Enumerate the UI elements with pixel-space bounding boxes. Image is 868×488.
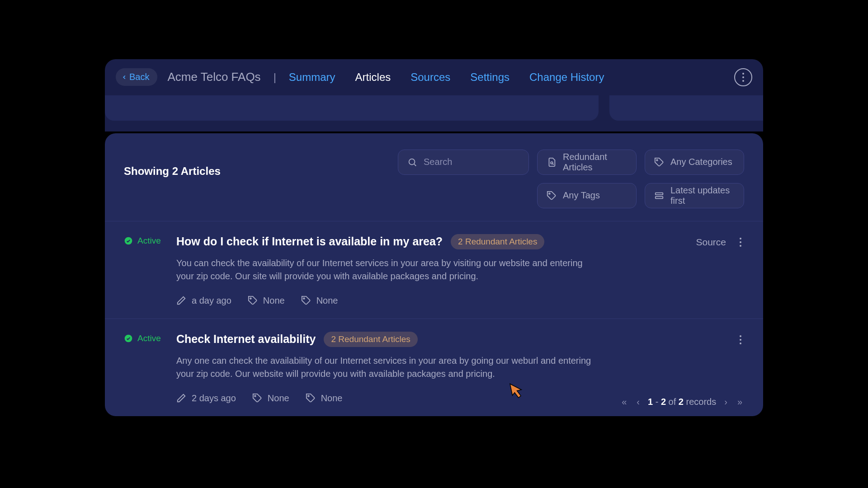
tag-icon xyxy=(248,296,258,305)
search-icon xyxy=(407,157,417,167)
page-last-button[interactable]: » xyxy=(736,395,744,409)
tab-articles[interactable]: Articles xyxy=(355,71,391,84)
check-circle-icon xyxy=(124,236,133,245)
page-prev-button[interactable]: ‹ xyxy=(635,395,642,409)
status-text: Active xyxy=(137,333,161,343)
filter-tags-label: Any Tags xyxy=(563,190,600,201)
page-first-button[interactable]: « xyxy=(620,395,628,409)
document-search-icon xyxy=(547,157,557,167)
chevron-left-icon xyxy=(121,74,127,80)
articles-panel: Showing 2 Articles Redundant Articles An… xyxy=(105,133,763,416)
results-count: Showing 2 Articles xyxy=(124,165,387,178)
svg-point-1 xyxy=(551,162,553,164)
filter-redundant-label: Redundant Articles xyxy=(563,152,627,173)
article-description: You can check the availability of our In… xyxy=(176,257,601,283)
status-badge: Active xyxy=(124,333,174,343)
tab-sources[interactable]: Sources xyxy=(410,71,450,84)
article-title[interactable]: Check Internet availability xyxy=(176,333,316,346)
pagination: « ‹ 1 - 2 of 2 records › » xyxy=(620,395,744,409)
article-description: Any one can check the availability of ou… xyxy=(176,354,601,380)
filter-categories-label: Any Categories xyxy=(670,157,732,167)
toolbar: Showing 2 Articles Redundant Articles An… xyxy=(105,133,763,221)
sub-header-strip xyxy=(105,95,763,131)
svg-rect-4 xyxy=(656,192,663,195)
pencil-icon xyxy=(176,296,186,305)
status-badge: Active xyxy=(124,236,174,246)
page-title: Acme Telco FAQs xyxy=(167,70,260,84)
filter-tags[interactable]: Any Tags xyxy=(537,183,637,208)
meta-categories: None xyxy=(306,393,343,404)
sort-icon xyxy=(654,191,664,201)
svg-point-7 xyxy=(250,298,251,299)
tab-summary[interactable]: Summary xyxy=(289,71,335,84)
tag-icon xyxy=(306,393,316,403)
svg-point-3 xyxy=(549,193,550,194)
tab-settings[interactable]: Settings xyxy=(470,71,509,84)
tag-icon xyxy=(252,393,262,403)
redundant-badge[interactable]: 2 Redundant Articles xyxy=(324,332,417,347)
article-more-button[interactable] xyxy=(737,236,744,249)
tag-icon xyxy=(547,191,557,201)
back-button[interactable]: Back xyxy=(116,68,157,86)
more-vertical-icon xyxy=(740,335,741,344)
article-row: Active How do I check if Internet is ava… xyxy=(105,221,763,319)
filter-categories[interactable]: Any Categories xyxy=(645,150,744,175)
svg-point-0 xyxy=(409,159,415,164)
article-title[interactable]: How do I check if Internet is available … xyxy=(176,235,443,248)
header-more-button[interactable] xyxy=(734,68,752,86)
page-range: 1 - 2 of 2 records xyxy=(648,397,716,407)
check-circle-icon xyxy=(124,334,133,343)
sort-dropdown[interactable]: Latest updates first xyxy=(645,183,744,208)
separator: | xyxy=(274,71,276,84)
sort-label: Latest updates first xyxy=(670,185,735,206)
meta-tags: None xyxy=(252,393,289,404)
meta-updated: a day ago xyxy=(176,296,231,306)
source-link[interactable]: Source xyxy=(696,237,726,248)
svg-point-8 xyxy=(303,298,305,299)
article-list: Active How do I check if Internet is ava… xyxy=(105,221,763,416)
tag-icon xyxy=(301,296,311,305)
filter-redundant[interactable]: Redundant Articles xyxy=(537,150,637,175)
tab-bar: Summary Articles Sources Settings Change… xyxy=(289,71,604,84)
svg-point-2 xyxy=(656,160,658,161)
status-text: Active xyxy=(137,236,161,246)
back-label: Back xyxy=(129,72,149,82)
article-more-button[interactable] xyxy=(737,333,744,346)
page-next-button[interactable]: › xyxy=(722,395,729,409)
meta-categories: None xyxy=(301,296,338,306)
meta-updated: 2 days ago xyxy=(176,393,236,404)
meta-tags: None xyxy=(248,296,285,306)
svg-point-10 xyxy=(255,395,256,397)
more-vertical-icon xyxy=(740,238,741,247)
search-input[interactable] xyxy=(424,157,519,167)
more-vertical-icon xyxy=(742,73,744,82)
svg-rect-5 xyxy=(656,196,663,198)
pencil-icon xyxy=(176,393,186,403)
redundant-badge[interactable]: 2 Redundant Articles xyxy=(451,234,544,249)
search-input-wrapper[interactable] xyxy=(398,150,529,175)
tab-change-history[interactable]: Change History xyxy=(529,71,604,84)
svg-point-11 xyxy=(308,395,309,397)
header-bar: Back Acme Telco FAQs | Summary Articles … xyxy=(105,59,763,95)
tag-icon xyxy=(654,157,664,167)
